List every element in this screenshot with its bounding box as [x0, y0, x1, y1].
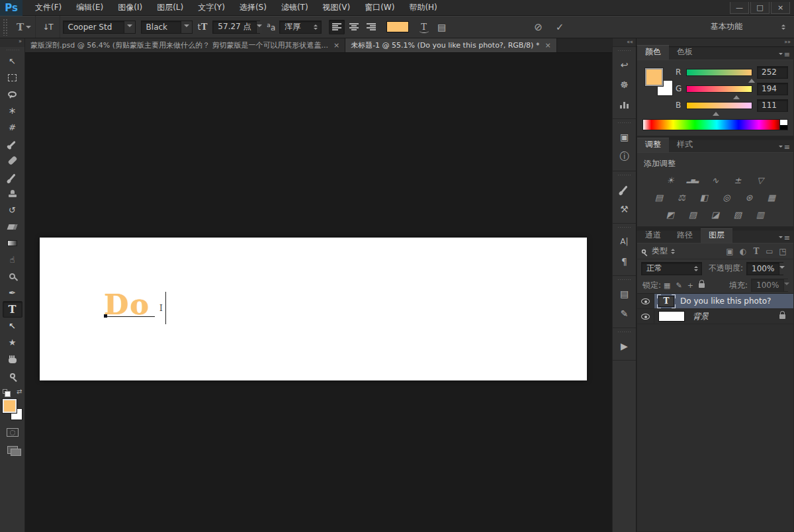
workspace-select[interactable]: 基本功能: [711, 21, 789, 32]
gradient-map-icon[interactable]: ▧: [728, 208, 748, 221]
text-color-swatch[interactable]: [386, 21, 409, 32]
strip-collapse-button[interactable]: ««: [613, 38, 636, 47]
layer-comps-panel-icon[interactable]: ▤: [615, 286, 634, 302]
lock-position-icon[interactable]: +: [687, 281, 693, 290]
posterize-icon[interactable]: ▨: [683, 208, 703, 221]
layer-row-background[interactable]: 背景: [637, 309, 793, 324]
panel-grip[interactable]: [617, 226, 632, 229]
canvas[interactable]: Do I: [40, 238, 587, 380]
swap-colors-icon[interactable]: ⇄: [17, 388, 22, 395]
marquee-tool[interactable]: [3, 69, 22, 86]
vibrance-icon[interactable]: ▽: [750, 173, 770, 187]
color-lookup-icon[interactable]: ▦: [762, 191, 781, 204]
chevron-down-icon[interactable]: [779, 263, 785, 275]
spectrum-bw-swatches[interactable]: [780, 119, 788, 130]
align-left-button[interactable]: [329, 20, 345, 34]
menu-item[interactable]: 视图(V): [316, 0, 358, 16]
type-tool[interactable]: T: [3, 301, 22, 318]
panel-menu-icon[interactable]: ≡: [779, 143, 790, 152]
filter-adjustment-layers-icon[interactable]: ◐: [736, 247, 750, 256]
filter-smart-objects-icon[interactable]: ◳: [776, 247, 789, 256]
panel-menu-icon[interactable]: ≡: [779, 50, 790, 59]
foreground-color-swatch[interactable]: [645, 68, 663, 86]
properties-panel-icon[interactable]: ▣: [615, 129, 634, 145]
menu-item[interactable]: 选择(S): [232, 0, 274, 16]
layer-name[interactable]: 背景: [693, 311, 709, 322]
slider-thumb[interactable]: [733, 92, 740, 99]
font-family-select[interactable]: Cooper Std: [63, 21, 136, 34]
align-right-button[interactable]: [363, 20, 379, 34]
anti-alias-select[interactable]: 浑厚: [279, 21, 322, 34]
eraser-tool[interactable]: [3, 218, 22, 235]
canvas-pasteboard[interactable]: Do I: [25, 53, 612, 532]
document-tab-1[interactable]: 蒙版深剖.psd @ 56.4% (剪贴蒙版主要用来做什么的？ 剪切蒙版是一个可…: [25, 38, 345, 52]
brightness-contrast-icon[interactable]: ☀: [660, 173, 680, 187]
filter-type-layers-icon[interactable]: T: [750, 247, 763, 256]
warp-text-button[interactable]: T: [416, 22, 432, 32]
slider-thumb[interactable]: [748, 75, 755, 83]
lock-pixels-icon[interactable]: ✎: [676, 281, 682, 290]
spinner-icon[interactable]: [314, 22, 318, 32]
threshold-icon[interactable]: ◪: [705, 208, 725, 221]
crop-tool[interactable]: #: [3, 119, 22, 136]
spinner-icon[interactable]: [671, 247, 675, 256]
tool-presets-panel-icon[interactable]: ⚒: [615, 201, 634, 217]
tool-preset-section[interactable]: T: [11, 16, 36, 38]
panel-menu-icon[interactable]: ≡: [779, 234, 790, 242]
levels-icon[interactable]: ▂▅▃: [683, 173, 703, 187]
blend-mode-select[interactable]: 正常: [641, 262, 702, 275]
paragraph-panel-icon[interactable]: ¶: [615, 253, 634, 269]
history-brush-tool[interactable]: ↺: [3, 202, 22, 218]
color-balance-icon[interactable]: ⚖: [672, 191, 691, 204]
filter-pixel-layers-icon[interactable]: ▣: [723, 247, 736, 256]
dodge-tool[interactable]: [3, 268, 22, 285]
eye-icon[interactable]: [641, 298, 650, 304]
menu-item[interactable]: 窗口(W): [357, 0, 402, 16]
align-center-button[interactable]: [346, 20, 362, 34]
panel-grip[interactable]: [617, 331, 632, 333]
tab-channels[interactable]: 通道: [637, 228, 669, 243]
opacity-field[interactable]: 100%: [746, 262, 783, 275]
green-slider[interactable]: [686, 85, 752, 93]
menu-item[interactable]: 编辑(E): [69, 0, 110, 16]
close-icon[interactable]: ×: [333, 41, 339, 50]
selective-color-icon[interactable]: ▥: [750, 208, 770, 221]
info-panel-icon[interactable]: ⓘ: [615, 149, 634, 165]
cancel-edits-button[interactable]: ⊘: [527, 21, 549, 33]
close-icon[interactable]: ×: [545, 41, 551, 50]
history-panel-icon[interactable]: ↩: [615, 57, 634, 73]
invert-icon[interactable]: ◩: [660, 208, 680, 221]
character-panel-icon[interactable]: A|: [615, 234, 634, 249]
text-orientation-button[interactable]: ↓T: [36, 16, 60, 38]
photo-filter-icon[interactable]: ◎: [717, 191, 736, 204]
toolbar-grip[interactable]: [6, 49, 19, 52]
smudge-tool[interactable]: ☝: [3, 251, 22, 268]
toolbar-collapse-button[interactable]: »: [0, 38, 24, 47]
menu-item[interactable]: 文件(F): [28, 0, 69, 16]
filter-type-label[interactable]: 类型: [652, 245, 668, 257]
lasso-tool[interactable]: [3, 86, 22, 103]
tab-layers[interactable]: 图层: [701, 228, 732, 243]
black-white-icon[interactable]: ◧: [694, 191, 714, 204]
tab-styles[interactable]: 样式: [669, 138, 701, 152]
commit-edits-button[interactable]: ✓: [549, 21, 571, 33]
gradient-tool[interactable]: [3, 235, 22, 251]
chevron-down-icon[interactable]: [783, 279, 789, 291]
menu-item[interactable]: 图像(I): [110, 0, 150, 16]
slider-thumb[interactable]: [713, 109, 719, 116]
screen-mode-button[interactable]: [7, 446, 18, 454]
move-tool[interactable]: ↖: [3, 53, 22, 69]
path-selection-tool[interactable]: ↖: [3, 318, 22, 334]
eyedropper-tool[interactable]: [3, 136, 22, 152]
hand-tool[interactable]: [3, 351, 22, 367]
default-colors-icon[interactable]: [3, 389, 7, 394]
close-button[interactable]: ×: [771, 2, 790, 14]
blue-slider[interactable]: [686, 102, 752, 109]
panel-grip[interactable]: [617, 174, 632, 177]
background-layer-thumbnail[interactable]: [658, 311, 685, 322]
menu-item[interactable]: 滤镜(T): [274, 0, 316, 16]
eye-icon[interactable]: [641, 314, 650, 320]
visibility-cell[interactable]: [637, 309, 654, 324]
layer-name[interactable]: Do you like this photo?: [680, 296, 771, 306]
red-slider[interactable]: [686, 69, 752, 76]
